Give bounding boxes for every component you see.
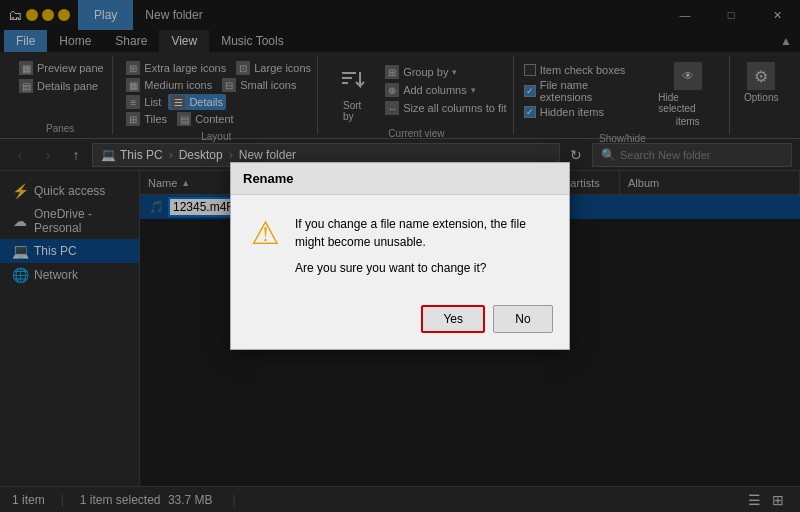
dialog-yes-button[interactable]: Yes [421, 305, 485, 333]
dialog-buttons: Yes No [231, 297, 569, 349]
dialog-overlay: Rename ⚠ If you change a file name exten… [0, 0, 800, 512]
dialog-message-line2: Are you sure you want to change it? [295, 259, 553, 277]
dialog-no-button[interactable]: No [493, 305, 553, 333]
dialog-message: If you change a file name extension, the… [295, 215, 553, 277]
warning-icon: ⚠ [247, 215, 283, 251]
dialog-body: ⚠ If you change a file name extension, t… [231, 195, 569, 297]
dialog-title: Rename [243, 171, 294, 186]
dialog-message-line1: If you change a file name extension, the… [295, 215, 553, 251]
rename-dialog: Rename ⚠ If you change a file name exten… [230, 162, 570, 350]
dialog-title-bar: Rename [231, 163, 569, 195]
